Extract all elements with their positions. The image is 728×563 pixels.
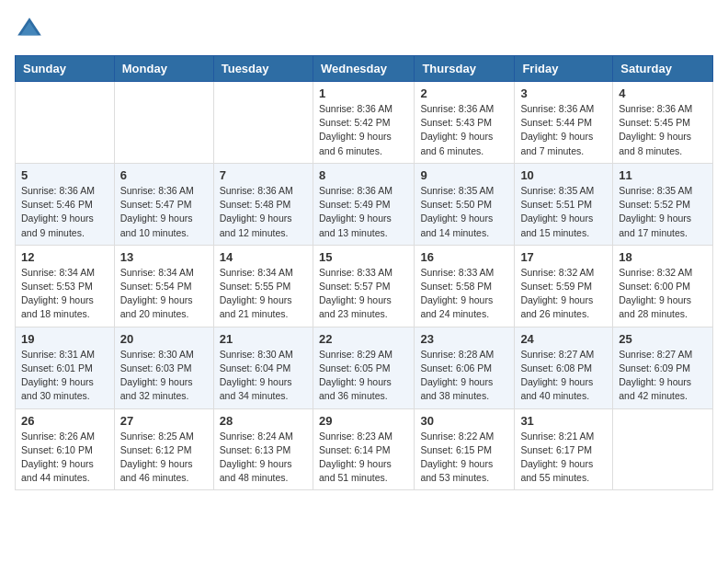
day-number: 31: [520, 414, 607, 428]
day-number: 7: [220, 168, 307, 182]
col-header-friday: Friday: [515, 56, 613, 82]
day-number: 15: [319, 250, 408, 264]
day-number: 2: [420, 86, 508, 100]
day-cell: [213, 82, 313, 164]
day-cell: 4Sunrise: 8:36 AM Sunset: 5:45 PM Daylig…: [613, 82, 713, 164]
week-row-1: 1Sunrise: 8:36 AM Sunset: 5:42 PM Daylig…: [16, 82, 713, 164]
col-header-tuesday: Tuesday: [213, 56, 313, 82]
day-info: Sunrise: 8:24 AM Sunset: 6:13 PM Dayligh…: [220, 430, 307, 486]
day-number: 9: [420, 168, 508, 182]
day-number: 28: [220, 414, 307, 428]
day-cell: 2Sunrise: 8:36 AM Sunset: 5:43 PM Daylig…: [415, 82, 515, 164]
day-cell: 19Sunrise: 8:31 AM Sunset: 6:01 PM Dayli…: [16, 327, 115, 408]
calendar-header-row: SundayMondayTuesdayWednesdayThursdayFrid…: [16, 56, 713, 82]
day-cell: 9Sunrise: 8:35 AM Sunset: 5:50 PM Daylig…: [415, 163, 515, 245]
day-cell: 22Sunrise: 8:29 AM Sunset: 6:05 PM Dayli…: [313, 327, 414, 408]
day-number: 29: [319, 414, 408, 428]
day-cell: 12Sunrise: 8:34 AM Sunset: 5:53 PM Dayli…: [16, 245, 115, 327]
day-info: Sunrise: 8:36 AM Sunset: 5:48 PM Dayligh…: [220, 184, 307, 240]
day-number: 11: [619, 168, 707, 182]
day-info: Sunrise: 8:34 AM Sunset: 5:53 PM Dayligh…: [21, 266, 108, 322]
day-number: 25: [619, 332, 707, 346]
day-number: 6: [120, 168, 208, 182]
day-number: 23: [420, 332, 508, 346]
day-info: Sunrise: 8:27 AM Sunset: 6:08 PM Dayligh…: [520, 348, 607, 404]
day-cell: 13Sunrise: 8:34 AM Sunset: 5:54 PM Dayli…: [114, 245, 213, 327]
day-info: Sunrise: 8:35 AM Sunset: 5:52 PM Dayligh…: [619, 184, 707, 240]
day-info: Sunrise: 8:28 AM Sunset: 6:06 PM Dayligh…: [420, 348, 508, 404]
day-cell: 24Sunrise: 8:27 AM Sunset: 6:08 PM Dayli…: [515, 327, 613, 408]
day-cell: 8Sunrise: 8:36 AM Sunset: 5:49 PM Daylig…: [313, 163, 414, 245]
day-info: Sunrise: 8:30 AM Sunset: 6:04 PM Dayligh…: [220, 348, 307, 404]
day-info: Sunrise: 8:32 AM Sunset: 5:59 PM Dayligh…: [520, 266, 607, 322]
day-number: 21: [220, 332, 307, 346]
day-cell: 27Sunrise: 8:25 AM Sunset: 6:12 PM Dayli…: [114, 408, 213, 490]
day-cell: 3Sunrise: 8:36 AM Sunset: 5:44 PM Daylig…: [515, 82, 613, 164]
header: [15, 15, 713, 44]
day-number: 8: [319, 168, 408, 182]
day-info: Sunrise: 8:31 AM Sunset: 6:01 PM Dayligh…: [21, 348, 108, 404]
day-info: Sunrise: 8:36 AM Sunset: 5:46 PM Dayligh…: [21, 184, 108, 240]
week-row-4: 19Sunrise: 8:31 AM Sunset: 6:01 PM Dayli…: [16, 327, 713, 408]
day-number: 1: [319, 86, 408, 100]
day-cell: 17Sunrise: 8:32 AM Sunset: 5:59 PM Dayli…: [515, 245, 613, 327]
day-cell: 6Sunrise: 8:36 AM Sunset: 5:47 PM Daylig…: [114, 163, 213, 245]
day-cell: 21Sunrise: 8:30 AM Sunset: 6:04 PM Dayli…: [213, 327, 313, 408]
day-cell: 7Sunrise: 8:36 AM Sunset: 5:48 PM Daylig…: [213, 163, 313, 245]
day-info: Sunrise: 8:36 AM Sunset: 5:45 PM Dayligh…: [619, 102, 707, 158]
day-info: Sunrise: 8:27 AM Sunset: 6:09 PM Dayligh…: [619, 348, 707, 404]
day-number: 18: [619, 250, 707, 264]
day-info: Sunrise: 8:34 AM Sunset: 5:54 PM Dayligh…: [120, 266, 208, 322]
day-cell: 1Sunrise: 8:36 AM Sunset: 5:42 PM Daylig…: [313, 82, 414, 164]
week-row-3: 12Sunrise: 8:34 AM Sunset: 5:53 PM Dayli…: [16, 245, 713, 327]
day-number: 5: [21, 168, 108, 182]
col-header-thursday: Thursday: [415, 56, 515, 82]
day-info: Sunrise: 8:35 AM Sunset: 5:51 PM Dayligh…: [520, 184, 607, 240]
day-number: 20: [120, 332, 208, 346]
day-number: 16: [420, 250, 508, 264]
day-info: Sunrise: 8:35 AM Sunset: 5:50 PM Dayligh…: [420, 184, 508, 240]
day-cell: 30Sunrise: 8:22 AM Sunset: 6:15 PM Dayli…: [415, 408, 515, 490]
day-info: Sunrise: 8:34 AM Sunset: 5:55 PM Dayligh…: [220, 266, 307, 322]
day-number: 24: [520, 332, 607, 346]
day-info: Sunrise: 8:22 AM Sunset: 6:15 PM Dayligh…: [420, 430, 508, 486]
day-info: Sunrise: 8:36 AM Sunset: 5:43 PM Dayligh…: [420, 102, 508, 158]
day-number: 30: [420, 414, 508, 428]
day-info: Sunrise: 8:25 AM Sunset: 6:12 PM Dayligh…: [120, 430, 208, 486]
col-header-wednesday: Wednesday: [313, 56, 414, 82]
day-number: 22: [319, 332, 408, 346]
day-number: 17: [520, 250, 607, 264]
day-cell: 28Sunrise: 8:24 AM Sunset: 6:13 PM Dayli…: [213, 408, 313, 490]
day-cell: [613, 408, 713, 490]
day-info: Sunrise: 8:36 AM Sunset: 5:49 PM Dayligh…: [319, 184, 408, 240]
day-info: Sunrise: 8:32 AM Sunset: 6:00 PM Dayligh…: [619, 266, 707, 322]
day-cell: 18Sunrise: 8:32 AM Sunset: 6:00 PM Dayli…: [613, 245, 713, 327]
day-info: Sunrise: 8:33 AM Sunset: 5:57 PM Dayligh…: [319, 266, 408, 322]
col-header-saturday: Saturday: [613, 56, 713, 82]
day-number: 14: [220, 250, 307, 264]
day-cell: 5Sunrise: 8:36 AM Sunset: 5:46 PM Daylig…: [16, 163, 115, 245]
week-row-2: 5Sunrise: 8:36 AM Sunset: 5:46 PM Daylig…: [16, 163, 713, 245]
day-number: 12: [21, 250, 108, 264]
day-cell: 25Sunrise: 8:27 AM Sunset: 6:09 PM Dayli…: [613, 327, 713, 408]
day-cell: 23Sunrise: 8:28 AM Sunset: 6:06 PM Dayli…: [415, 327, 515, 408]
day-info: Sunrise: 8:29 AM Sunset: 6:05 PM Dayligh…: [319, 348, 408, 404]
day-number: 19: [21, 332, 108, 346]
day-info: Sunrise: 8:36 AM Sunset: 5:47 PM Dayligh…: [120, 184, 208, 240]
day-cell: [16, 82, 115, 164]
calendar: SundayMondayTuesdayWednesdayThursdayFrid…: [15, 55, 713, 490]
col-header-sunday: Sunday: [16, 56, 115, 82]
day-number: 4: [619, 86, 707, 100]
day-info: Sunrise: 8:33 AM Sunset: 5:58 PM Dayligh…: [420, 266, 508, 322]
day-number: 3: [520, 86, 607, 100]
day-number: 10: [520, 168, 607, 182]
day-info: Sunrise: 8:26 AM Sunset: 6:10 PM Dayligh…: [21, 430, 108, 486]
week-row-5: 26Sunrise: 8:26 AM Sunset: 6:10 PM Dayli…: [16, 408, 713, 490]
day-cell: 10Sunrise: 8:35 AM Sunset: 5:51 PM Dayli…: [515, 163, 613, 245]
day-cell: 11Sunrise: 8:35 AM Sunset: 5:52 PM Dayli…: [613, 163, 713, 245]
day-info: Sunrise: 8:23 AM Sunset: 6:14 PM Dayligh…: [319, 430, 408, 486]
day-info: Sunrise: 8:21 AM Sunset: 6:17 PM Dayligh…: [520, 430, 607, 486]
day-number: 27: [120, 414, 208, 428]
day-cell: [114, 82, 213, 164]
day-number: 13: [120, 250, 208, 264]
